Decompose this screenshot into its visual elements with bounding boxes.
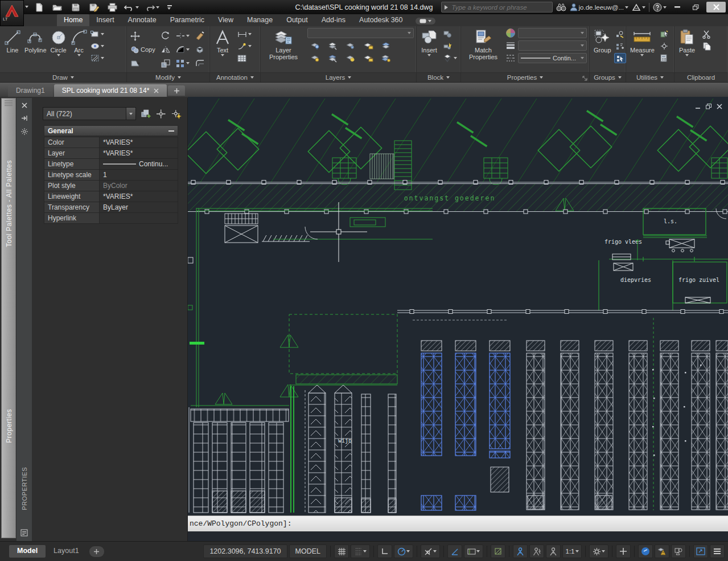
- layer-thaw-button[interactable]: [345, 53, 357, 63]
- minimize-button[interactable]: [670, 2, 685, 13]
- application-menu-button[interactable]: LT: [0, 0, 24, 26]
- model-space-toggle[interactable]: MODEL: [289, 544, 327, 558]
- palette-close-icon[interactable]: [22, 103, 27, 108]
- quick-select-button[interactable]: [659, 29, 670, 39]
- layer-change-button[interactable]: [380, 53, 392, 63]
- annotation-visibility-toggle[interactable]: [513, 544, 528, 558]
- erase-button[interactable]: [194, 31, 207, 41]
- polyline-button[interactable]: Polyline: [23, 28, 48, 55]
- create-block-button[interactable]: [442, 29, 458, 39]
- move-button[interactable]: [129, 31, 158, 41]
- polar-tracking-toggle[interactable]: [394, 544, 413, 558]
- ungroup-button[interactable]: [614, 29, 626, 39]
- layout1-tab[interactable]: Layout1: [46, 545, 87, 558]
- isolate-objects-button[interactable]: [655, 544, 669, 558]
- tab-home[interactable]: Home: [57, 14, 89, 26]
- layer-lock-button[interactable]: [363, 40, 375, 51]
- hatch-button[interactable]: [89, 53, 105, 63]
- restore-button[interactable]: [688, 2, 703, 13]
- tab-autodesk360[interactable]: Autodesk 360: [352, 14, 409, 26]
- layer-off-button[interactable]: [310, 40, 322, 51]
- paste-button[interactable]: Paste: [677, 28, 697, 58]
- array-button[interactable]: [175, 58, 192, 68]
- layer-properties-button[interactable]: Layer Properties: [263, 28, 304, 62]
- linetype-combo[interactable]: Contin...: [518, 53, 587, 63]
- redo-group[interactable]: [145, 3, 159, 11]
- offset-button[interactable]: [194, 58, 207, 68]
- property-value-linetype[interactable]: Continu...: [100, 159, 178, 169]
- drawing-area[interactable]: ontvangst goederen: [188, 97, 728, 541]
- coordinates-display[interactable]: 1202.3096, 7413.9170: [203, 544, 287, 558]
- properties-dialog-launcher[interactable]: [582, 76, 587, 81]
- leader-button[interactable]: [236, 41, 253, 51]
- line-button[interactable]: Line: [2, 28, 23, 55]
- search-input[interactable]: [451, 3, 550, 11]
- annotation-scale-person[interactable]: [546, 544, 561, 558]
- match-properties-button[interactable]: Match Properties: [463, 28, 503, 62]
- circle-button[interactable]: Circle: [48, 28, 69, 58]
- graphics-performance-button[interactable]: [671, 544, 686, 558]
- undo-group[interactable]: [124, 3, 139, 11]
- copy-button[interactable]: Copy: [129, 44, 158, 55]
- property-value-hyperlink[interactable]: [100, 213, 178, 223]
- lineweight-combo[interactable]: [518, 40, 587, 51]
- stretch-button[interactable]: [129, 58, 158, 68]
- palette-grip[interactable]: [5, 100, 13, 106]
- object-color-combo[interactable]: [518, 28, 587, 38]
- ortho-toggle[interactable]: [377, 544, 392, 558]
- table-button[interactable]: [236, 53, 253, 63]
- exchange-search-button[interactable]: [556, 3, 566, 11]
- layer-unisolate-button[interactable]: [327, 53, 339, 63]
- object-isolate-button[interactable]: [616, 544, 631, 558]
- tab-annotate[interactable]: Annotate: [121, 14, 163, 26]
- dwg-close-icon[interactable]: [717, 104, 722, 109]
- plot-button[interactable]: [106, 2, 118, 13]
- tab-addins[interactable]: Add-ins: [315, 14, 352, 26]
- panel-title-modify[interactable]: Modify: [127, 72, 209, 82]
- snap-mode-toggle[interactable]: [351, 544, 370, 558]
- group-edit-button[interactable]: [614, 41, 626, 51]
- dimension-button[interactable]: [236, 29, 253, 39]
- selection-filter-combo[interactable]: All (722): [43, 107, 136, 120]
- measure-button[interactable]: Measure: [628, 28, 656, 58]
- transparency-toggle[interactable]: [491, 544, 505, 558]
- layer-match-button[interactable]: [380, 40, 392, 51]
- command-line[interactable]: nce/WPolygon/CPolygon]:: [188, 515, 728, 531]
- group-button[interactable]: Group: [592, 28, 613, 55]
- panel-title-layers[interactable]: Layers: [261, 72, 416, 82]
- autoscale-toggle[interactable]: [529, 544, 544, 558]
- tab-insert[interactable]: Insert: [89, 14, 121, 26]
- scale-button[interactable]: [160, 58, 172, 68]
- ellipse-button[interactable]: [89, 41, 105, 51]
- layer-unlock-button[interactable]: [363, 53, 375, 63]
- copy-clip-button[interactable]: [701, 41, 712, 51]
- rotate-button[interactable]: [160, 31, 172, 41]
- quick-select-palette-button[interactable]: [171, 109, 182, 119]
- help-button[interactable]: [653, 3, 667, 12]
- property-value-layer[interactable]: *VARIES*: [100, 148, 178, 158]
- text-button[interactable]: Text: [212, 28, 233, 58]
- tab-view[interactable]: View: [211, 14, 240, 26]
- property-value-color[interactable]: *VARIES*: [100, 137, 178, 148]
- layer-isolate-button[interactable]: [327, 40, 339, 51]
- annotation-scale-button[interactable]: 1:1: [562, 544, 582, 558]
- clean-screen-button[interactable]: [693, 544, 708, 558]
- open-button[interactable]: [51, 2, 64, 13]
- group-selection-toggle[interactable]: [614, 53, 626, 63]
- palette-autohide-icon[interactable]: [21, 115, 27, 121]
- panel-title-clipboard[interactable]: Clipboard: [674, 72, 727, 82]
- collapse-section-icon[interactable]: [168, 130, 174, 132]
- id-point-button[interactable]: [659, 41, 670, 51]
- new-button[interactable]: [33, 2, 46, 13]
- tab-parametric[interactable]: Parametric: [163, 14, 211, 26]
- general-section-header[interactable]: General: [44, 125, 178, 136]
- insert-button[interactable]: Insert: [419, 28, 439, 58]
- property-value-lineweight[interactable]: *VARIES*: [100, 191, 178, 202]
- quick-calc-button[interactable]: [659, 53, 670, 63]
- layer-on-button[interactable]: [310, 53, 322, 63]
- save-button[interactable]: [69, 2, 82, 13]
- sign-in-control[interactable]: jo.de.leeuw@...: [570, 3, 628, 11]
- attribute-manager-button[interactable]: [442, 53, 458, 63]
- panel-title-draw[interactable]: Draw: [0, 72, 126, 82]
- ribbon-display-toggle[interactable]: [416, 18, 435, 24]
